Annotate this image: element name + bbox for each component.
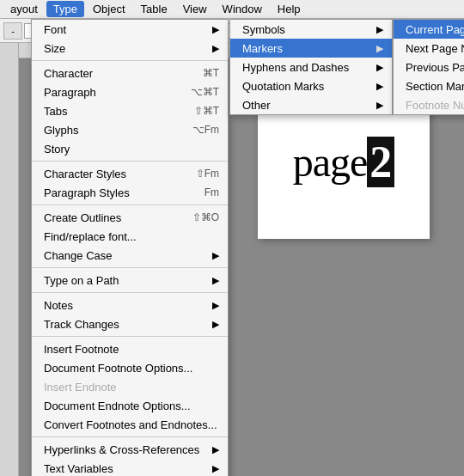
menubar-item-layout[interactable]: ayout bbox=[3, 1, 45, 17]
page-word: page bbox=[293, 138, 368, 186]
hyphens-label: Hyphens and Dashes bbox=[242, 61, 349, 74]
menu-item-story[interactable]: Story bbox=[32, 139, 228, 158]
special-char-submenu: Symbols ▶ Markers ▶ Hyphens and Dashes ▶… bbox=[229, 19, 393, 115]
menu-item-glyphs[interactable]: Glyphs ⌥Fm bbox=[32, 120, 228, 139]
menu-sep-6 bbox=[32, 336, 228, 337]
section-marker-label: Section Marker bbox=[406, 80, 464, 93]
prev-page-label: Previous Page Number bbox=[406, 61, 464, 74]
doc-footnote-options-label: Document Footnote Options... bbox=[44, 362, 192, 375]
page-number: 2 bbox=[367, 137, 394, 187]
menu-item-notes[interactable]: Notes ▶ bbox=[32, 296, 228, 314]
change-case-label: Change Case bbox=[44, 249, 113, 262]
menu-item-font[interactable]: Font ▶ bbox=[32, 20, 228, 39]
menu-item-insert-endnote: Insert Endnote bbox=[32, 377, 228, 396]
menu-item-character[interactable]: Character ⌘T bbox=[32, 64, 228, 82]
menu-item-create-outlines[interactable]: Create Outlines ⇧⌘O bbox=[32, 208, 228, 227]
menubar-item-help[interactable]: Help bbox=[271, 1, 308, 17]
submenu-item-other[interactable]: Other ▶ bbox=[230, 95, 392, 114]
submenu-item-symbols[interactable]: Symbols ▶ bbox=[230, 20, 392, 39]
menu-sep-1 bbox=[32, 60, 228, 61]
symbols-label: Symbols bbox=[242, 23, 285, 36]
type-on-path-arrow: ▶ bbox=[212, 275, 219, 286]
text-variables-arrow: ▶ bbox=[212, 463, 219, 474]
menubar-item-window[interactable]: Window bbox=[216, 1, 269, 17]
menu-sep-3 bbox=[32, 204, 228, 205]
submenu-item-quotation[interactable]: Quotation Marks ▶ bbox=[230, 76, 392, 95]
create-outlines-label: Create Outlines bbox=[44, 211, 121, 224]
character-styles-label: Character Styles bbox=[44, 168, 126, 180]
menu-sep-5 bbox=[32, 292, 228, 293]
markers-arrow: ▶ bbox=[376, 43, 383, 54]
find-replace-font-label: Find/replace font... bbox=[44, 230, 137, 243]
menu-item-type-on-path[interactable]: Type on a Path ▶ bbox=[32, 271, 228, 290]
menu-sep-7 bbox=[32, 436, 228, 437]
character-styles-shortcut: ⇧Fm bbox=[196, 168, 219, 180]
quotation-label: Quotation Marks bbox=[242, 80, 324, 93]
paragraph-styles-shortcut: Fm bbox=[205, 186, 219, 198]
tabs-label: Tabs bbox=[44, 105, 67, 118]
create-outlines-shortcut: ⇧⌘O bbox=[192, 211, 219, 223]
notes-label: Notes bbox=[44, 299, 73, 312]
font-arrow: ▶ bbox=[212, 24, 219, 35]
markers-item-prev-page[interactable]: Previous Page Number bbox=[394, 58, 464, 76]
paragraph-styles-label: Paragraph Styles bbox=[44, 186, 130, 199]
menu-item-text-variables[interactable]: Text Variables ▶ bbox=[32, 459, 228, 476]
submenu-item-hyphens[interactable]: Hyphens and Dashes ▶ bbox=[230, 58, 392, 76]
menu-item-convert-footnotes[interactable]: Convert Footnotes and Endnotes... bbox=[32, 415, 228, 434]
menubar-item-object[interactable]: Object bbox=[86, 1, 132, 17]
current-page-label: Current Page Number bbox=[406, 23, 464, 36]
paragraph-shortcut: ⌥⌘T bbox=[191, 86, 219, 98]
insert-footnote-label: Insert Footnote bbox=[44, 343, 119, 356]
track-changes-label: Track Changes bbox=[44, 318, 119, 331]
convert-footnotes-label: Convert Footnotes and Endnotes... bbox=[44, 418, 217, 431]
type-dropdown-menu: Font ▶ Size ▶ Character ⌘T Paragraph ⌥⌘T… bbox=[31, 19, 229, 476]
page-content: page 2 bbox=[293, 137, 395, 187]
markers-item-current-page[interactable]: Current Page Number ⌥⌘Fn bbox=[394, 20, 464, 39]
menu-item-find-replace-font[interactable]: Find/replace font... bbox=[32, 227, 228, 246]
doc-endnote-options-label: Document Endnote Options... bbox=[44, 400, 191, 412]
menu-item-character-styles[interactable]: Character Styles ⇧Fm bbox=[32, 164, 228, 183]
menu-item-doc-footnote-options[interactable]: Document Footnote Options... bbox=[32, 358, 228, 377]
type-on-path-label: Type on a Path bbox=[44, 274, 119, 287]
menu-sep-4 bbox=[32, 267, 228, 268]
font-label: Font bbox=[44, 23, 66, 36]
size-label: Size bbox=[44, 42, 65, 55]
menu-item-insert-footnote[interactable]: Insert Footnote bbox=[32, 339, 228, 358]
size-arrow: ▶ bbox=[212, 43, 219, 54]
glyphs-label: Glyphs bbox=[44, 124, 78, 137]
tabs-shortcut: ⇧⌘T bbox=[194, 105, 219, 117]
markers-label: Markers bbox=[242, 42, 283, 55]
footnote-number-label: Footnote Number bbox=[406, 99, 464, 112]
hyperlinks-arrow: ▶ bbox=[212, 444, 219, 455]
insert-endnote-label: Insert Endnote bbox=[44, 381, 117, 394]
menu-item-size[interactable]: Size ▶ bbox=[32, 39, 228, 58]
menubar-item-view[interactable]: View bbox=[176, 1, 214, 17]
submenu-item-markers[interactable]: Markers ▶ bbox=[230, 39, 392, 58]
text-variables-label: Text Variables bbox=[44, 462, 113, 475]
other-arrow: ▶ bbox=[376, 100, 383, 111]
zoom-out-button[interactable]: - bbox=[3, 22, 22, 40]
menubar-item-table[interactable]: Table bbox=[134, 1, 174, 17]
markers-item-footnote-number: Footnote Number bbox=[394, 95, 464, 114]
markers-submenu: Current Page Number ⌥⌘Fn Next Page Numbe… bbox=[393, 19, 464, 115]
glyphs-shortcut: ⌥Fm bbox=[192, 124, 219, 136]
menu-item-tabs[interactable]: Tabs ⇧⌘T bbox=[32, 101, 228, 120]
ruler-vertical bbox=[0, 43, 19, 476]
menu-item-paragraph-styles[interactable]: Paragraph Styles Fm bbox=[32, 183, 228, 202]
track-changes-arrow: ▶ bbox=[212, 319, 219, 330]
menu-item-hyperlinks[interactable]: Hyperlinks & Cross-References ▶ bbox=[32, 440, 228, 459]
markers-item-section-marker[interactable]: Section Marker bbox=[394, 76, 464, 95]
markers-item-next-page[interactable]: Next Page Number bbox=[394, 39, 464, 58]
hyphens-arrow: ▶ bbox=[376, 62, 383, 73]
menubar-item-type[interactable]: Type bbox=[46, 1, 84, 17]
menu-sep-2 bbox=[32, 161, 228, 162]
menu-item-change-case[interactable]: Change Case ▶ bbox=[32, 246, 228, 265]
menu-item-doc-endnote-options[interactable]: Document Endnote Options... bbox=[32, 396, 228, 415]
next-page-label: Next Page Number bbox=[406, 42, 464, 55]
change-case-arrow: ▶ bbox=[212, 250, 219, 261]
menubar: ayout Type Object Table View Window Help bbox=[0, 0, 464, 19]
menu-item-track-changes[interactable]: Track Changes ▶ bbox=[32, 314, 228, 333]
symbols-arrow: ▶ bbox=[376, 24, 383, 35]
notes-arrow: ▶ bbox=[212, 300, 219, 311]
menu-item-paragraph[interactable]: Paragraph ⌥⌘T bbox=[32, 82, 228, 101]
